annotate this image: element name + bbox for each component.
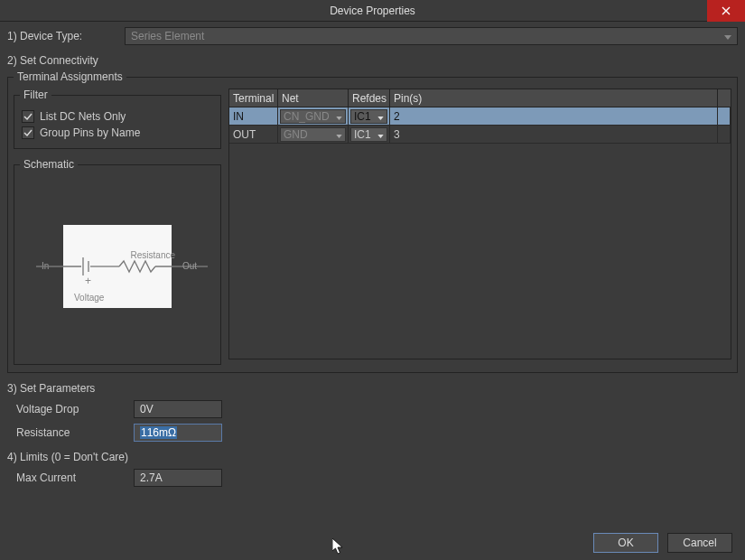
chevron-down-icon bbox=[724, 30, 731, 42]
chevron-down-icon bbox=[336, 110, 342, 123]
cell-net-select[interactable]: GND bbox=[280, 127, 346, 142]
close-icon bbox=[722, 6, 731, 15]
schematic-voltage-label: Voltage bbox=[74, 293, 104, 303]
schematic-out-label: Out bbox=[182, 261, 197, 271]
cell-refdes-select[interactable]: IC1 bbox=[350, 127, 387, 142]
window-title: Device Properties bbox=[0, 5, 745, 17]
terminal-assignments-group: Terminal Assignments Filter List DC Nets… bbox=[7, 70, 738, 373]
schematic-legend: Schematic bbox=[20, 158, 78, 171]
voltage-drop-label: Voltage Drop bbox=[16, 403, 134, 415]
th-refdes[interactable]: Refdes bbox=[349, 89, 390, 107]
cell-net-select[interactable]: CN_GND bbox=[280, 109, 346, 124]
list-dc-nets-checkbox[interactable]: List DC Nets Only bbox=[22, 110, 215, 123]
th-terminal[interactable]: Terminal bbox=[229, 89, 278, 107]
cell-terminal: IN bbox=[229, 107, 278, 125]
table-row[interactable]: IN CN_GND IC1 bbox=[229, 107, 731, 126]
list-dc-nets-label: List DC Nets Only bbox=[40, 110, 126, 123]
plus-label: + bbox=[85, 275, 91, 287]
schematic-group: Schematic In bbox=[14, 158, 221, 365]
table-row[interactable]: OUT GND IC1 bbox=[229, 126, 731, 144]
close-button[interactable] bbox=[707, 0, 745, 22]
th-blank bbox=[718, 89, 731, 107]
device-type-value: Series Element bbox=[131, 30, 204, 42]
device-type-select[interactable]: Series Element bbox=[125, 27, 738, 45]
set-parameters-label: 3) Set Parameters bbox=[7, 382, 738, 395]
set-connectivity-label: 2) Set Connectivity bbox=[7, 54, 738, 67]
device-type-label: 1) Device Type: bbox=[7, 30, 116, 42]
checkbox-icon bbox=[22, 126, 34, 139]
limits-label: 4) Limits (0 = Don't Care) bbox=[7, 451, 738, 463]
resistance-label: Resistance bbox=[16, 426, 134, 439]
cell-pins: 3 bbox=[390, 126, 718, 143]
ok-button[interactable]: OK bbox=[593, 533, 658, 553]
schematic-symbol: + Resistance Voltage bbox=[63, 225, 172, 308]
chevron-down-icon bbox=[336, 128, 342, 141]
max-current-label: Max Current bbox=[16, 471, 134, 484]
filter-group: Filter List DC Nets Only Group Pins by N… bbox=[14, 89, 221, 149]
th-pins[interactable]: Pin(s) bbox=[390, 89, 718, 107]
terminal-table-header: Terminal Net Refdes Pin(s) bbox=[229, 89, 731, 107]
cell-pins: 2 bbox=[390, 107, 718, 125]
voltage-drop-input[interactable]: 0V bbox=[134, 400, 222, 418]
group-pins-checkbox[interactable]: Group Pins by Name bbox=[22, 126, 215, 139]
cell-terminal: OUT bbox=[229, 126, 278, 143]
chevron-down-icon bbox=[377, 128, 384, 141]
schematic-resistance-label: Resistance bbox=[131, 250, 175, 260]
th-net[interactable]: Net bbox=[278, 89, 349, 107]
terminal-table: Terminal Net Refdes Pin(s) IN CN_GND bbox=[228, 89, 731, 359]
cell-refdes-select[interactable]: IC1 bbox=[350, 109, 387, 124]
cancel-button[interactable]: Cancel bbox=[667, 533, 732, 553]
checkbox-icon bbox=[22, 110, 34, 123]
titlebar: Device Properties bbox=[0, 0, 745, 22]
resistance-input[interactable]: 116mΩ bbox=[134, 424, 222, 442]
chevron-down-icon bbox=[377, 110, 384, 123]
max-current-input[interactable]: 2.7A bbox=[134, 469, 222, 487]
filter-legend: Filter bbox=[20, 89, 51, 101]
group-pins-label: Group Pins by Name bbox=[40, 126, 140, 139]
mouse-cursor-icon bbox=[332, 538, 345, 556]
terminal-assignments-legend: Terminal Assignments bbox=[14, 70, 126, 83]
schematic-canvas: In bbox=[20, 176, 215, 357]
